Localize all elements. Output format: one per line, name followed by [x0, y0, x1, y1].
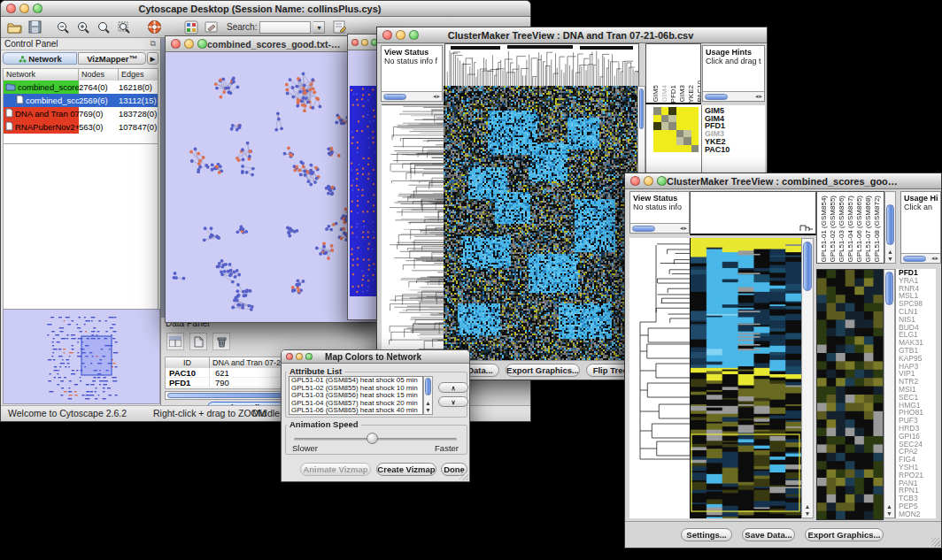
col-header-nodes[interactable]: Nodes — [79, 69, 119, 81]
window-controls[interactable] — [6, 4, 42, 13]
minimize-icon[interactable] — [19, 4, 29, 13]
animate-vizmap-button[interactable]: Animate Vizmap — [300, 463, 371, 476]
export-graphics-button[interactable]: Export Graphics... — [805, 528, 884, 541]
minimize-icon[interactable] — [296, 353, 303, 360]
zoom-selected-icon[interactable] — [115, 19, 133, 36]
view-status-text: No status info f — [384, 57, 442, 65]
birdseye-view[interactable] — [3, 309, 160, 404]
network-row[interactable]: combined_scores2764(0)16218(0) — [4, 81, 158, 94]
tv1-gene-dendrogram[interactable] — [382, 104, 444, 363]
save-session-icon[interactable] — [26, 19, 43, 36]
matrix-cell — [661, 107, 669, 115]
close-icon[interactable] — [171, 39, 181, 49]
delete-attribute-icon[interactable] — [212, 333, 230, 350]
vizmapper-shortcut-icon[interactable] — [182, 19, 200, 36]
tv2-heatmap[interactable] — [690, 238, 801, 518]
zoom-window-icon[interactable] — [305, 353, 313, 360]
tv2-heatmap-vscrollbar[interactable]: ▲▼ — [801, 238, 814, 518]
network-row[interactable]: combined_sco2569(6)13112(15) — [4, 94, 158, 107]
attribute-table-icon[interactable] — [166, 333, 184, 350]
id-column-header[interactable]: ID — [166, 357, 210, 368]
usage-hints-scrollbar[interactable]: ◂▸ — [901, 253, 940, 263]
minimize-icon[interactable] — [644, 176, 653, 186]
matrix-cell — [676, 115, 684, 123]
matrix-cell — [676, 130, 684, 138]
zoom-window-icon[interactable] — [657, 176, 667, 186]
zoom-in-icon[interactable] — [74, 19, 92, 36]
tv1-array-dendrogram[interactable] — [444, 43, 639, 88]
minimize-icon[interactable] — [184, 39, 194, 49]
edge-count: 183728(0) — [119, 109, 158, 119]
tv2-gene-dendrogram[interactable] — [629, 238, 690, 518]
zoom-window-icon[interactable] — [409, 30, 419, 40]
tv2-usage-hints: Usage Hi Click an ◂▸ — [900, 191, 941, 264]
matrix-cell — [683, 145, 691, 153]
tv1-heatmap[interactable] — [444, 86, 637, 362]
col-header-edges[interactable]: Edges — [119, 69, 158, 81]
export-graphics-button[interactable]: Export Graphics... — [506, 364, 580, 377]
tv2-gene-list[interactable]: PFD1YRA1RNR4MSL1SPC98CLN1NIS1BUD4ELG1MAK… — [895, 269, 936, 518]
search-dropdown-icon[interactable]: ▼ — [313, 21, 325, 34]
usage-hints-scrollbar[interactable]: ◂▸ — [703, 91, 764, 101]
tv2-genelist-scrollbar[interactable]: ▲▼ — [884, 269, 895, 518]
float-panel-icon[interactable]: ⧉ — [151, 39, 156, 49]
search-input[interactable] — [259, 21, 311, 34]
save-data-button[interactable]: Save Data... — [742, 528, 795, 541]
zoom-window-icon[interactable] — [197, 39, 207, 49]
create-vizmap-button[interactable]: Create Vizmap — [376, 463, 436, 476]
minimize-icon[interactable] — [396, 30, 405, 40]
col-header-network[interactable]: Network — [4, 69, 79, 81]
zoom-out-icon[interactable] — [54, 19, 72, 36]
tv2-collabel-scrollbar[interactable]: ▲▼ — [884, 191, 896, 264]
network-row[interactable]: RNAPuberNov2+563(0)107847(0) — [4, 120, 158, 134]
gene-label[interactable]: MON2 — [899, 510, 936, 518]
tab-vizmapper[interactable]: VizMapper™ — [78, 52, 146, 65]
tv2-array-dendrogram-area[interactable] — [690, 191, 816, 235]
close-icon[interactable] — [382, 30, 392, 40]
close-icon[interactable] — [6, 4, 16, 13]
minimize-icon[interactable] — [361, 39, 368, 46]
matrix-cell — [683, 115, 691, 123]
resize-grip[interactable] — [459, 472, 468, 480]
tabs-overflow-button[interactable]: ▶ — [147, 52, 158, 65]
tab-network[interactable]: Network — [3, 52, 77, 65]
view-status-scrollbar[interactable]: ◂▸ — [382, 91, 442, 101]
attribute-list[interactable]: GPL51-01 (GSM854) heat shock 05 minGPL51… — [289, 376, 423, 415]
gene-label[interactable]: PAC10 — [705, 146, 765, 154]
row-id: PFD1 — [166, 378, 210, 387]
tv2-network-heatmap[interactable] — [816, 269, 884, 520]
move-attribute-down-button[interactable]: ∨ — [438, 396, 468, 407]
column-label: GPL51-03 (GSM856) — [838, 196, 846, 263]
treeview2-title-bar[interactable]: ClusterMaker TreeView : combined_scores_… — [625, 173, 941, 189]
annotation-icon[interactable] — [203, 19, 220, 36]
tv1-summary-matrix[interactable] — [653, 107, 699, 152]
tv2-column-labels: GPL51-01 (GSM854)GPL51-02 (GSM855)GPL51-… — [816, 191, 884, 264]
main-window-title: Cytoscape Desktop (Session Name: collins… — [42, 4, 477, 14]
close-icon[interactable] — [286, 353, 293, 360]
treeview1-title-bar[interactable]: ClusterMaker TreeView : DNA and Tran 07-… — [377, 27, 767, 43]
attribute-list-label: Attribute List — [287, 366, 344, 376]
zoom-fit-icon[interactable] — [95, 19, 112, 36]
slider-thumb[interactable] — [367, 433, 378, 444]
main-title-bar[interactable]: Cytoscape Desktop (Session Name: collins… — [1, 1, 530, 17]
slider-max-label: Faster — [435, 443, 459, 453]
close-icon[interactable] — [630, 176, 640, 186]
close-icon[interactable] — [351, 39, 359, 46]
usage-hints-text: Click an — [904, 203, 940, 211]
matrix-cell — [683, 137, 691, 145]
attribute-list-scrollbar[interactable]: ▲▼ — [423, 376, 433, 415]
folder-icon — [5, 82, 16, 93]
zoom-window-icon[interactable] — [33, 4, 42, 13]
network-row[interactable]: DNA and Tran 07769(0)183728(0) — [4, 107, 158, 120]
dialog-title-bar[interactable]: Map Colors to Network — [282, 350, 469, 364]
move-attribute-up-button[interactable]: ∧ — [438, 382, 468, 393]
tv1-column-labels: GIM5GIM4PFD1GIM3YKE2PAC10 — [645, 43, 701, 104]
resize-grip[interactable] — [931, 538, 940, 547]
view-status-scrollbar[interactable]: ◂▸ — [630, 223, 689, 233]
tv2-button-bar: Settings... Save Data... Export Graphics… — [625, 521, 941, 548]
open-file-icon[interactable] — [5, 19, 23, 36]
settings-button[interactable]: Settings... — [681, 528, 732, 541]
tv1-view-status: View Status No status info f ◂▸ — [381, 45, 443, 102]
help-lifesaver-icon[interactable] — [145, 19, 163, 36]
new-attribute-icon[interactable] — [189, 333, 207, 350]
